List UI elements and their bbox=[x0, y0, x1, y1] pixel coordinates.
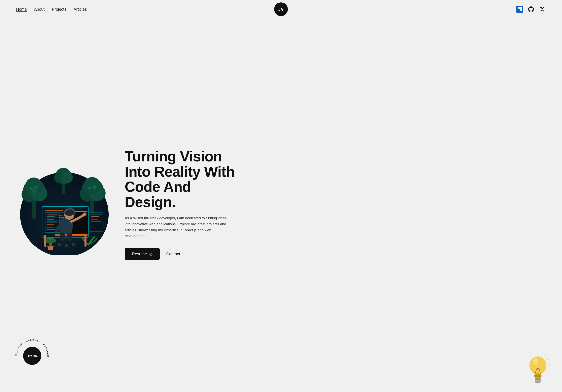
svg-rect-21 bbox=[45, 210, 63, 211]
svg-rect-62 bbox=[47, 246, 54, 247]
svg-point-14 bbox=[88, 186, 91, 190]
svg-point-8 bbox=[32, 189, 37, 194]
svg-point-19 bbox=[61, 172, 73, 184]
twitter-x-icon[interactable] bbox=[539, 6, 546, 13]
hero-heading: Turning Vision Into Reality With Code An… bbox=[125, 149, 246, 210]
hire-me-button[interactable]: Hire me bbox=[23, 347, 41, 365]
hero-actions: Resume Contact bbox=[125, 248, 246, 260]
hero-section: Turning Vision Into Reality With Code An… bbox=[0, 19, 562, 386]
svg-rect-44 bbox=[91, 215, 102, 215]
svg-line-79 bbox=[548, 364, 550, 365]
site-logo[interactable]: JV bbox=[274, 2, 288, 16]
svg-point-56 bbox=[83, 212, 86, 216]
svg-rect-36 bbox=[47, 221, 57, 221]
svg-rect-39 bbox=[47, 226, 56, 226]
svg-point-60 bbox=[50, 239, 56, 243]
svg-rect-63 bbox=[42, 207, 89, 207]
svg-rect-72 bbox=[535, 373, 541, 375]
svg-line-80 bbox=[545, 355, 546, 357]
logo-initials: JV bbox=[274, 2, 288, 16]
svg-rect-67 bbox=[44, 235, 46, 247]
hero-content: Turning Vision Into Reality With Code An… bbox=[125, 149, 246, 260]
svg-point-55 bbox=[73, 212, 76, 215]
svg-rect-68 bbox=[84, 235, 86, 247]
svg-rect-38 bbox=[47, 224, 54, 225]
nav-articles[interactable]: Articles bbox=[74, 7, 87, 12]
svg-rect-37 bbox=[47, 222, 55, 223]
svg-rect-73 bbox=[534, 375, 541, 377]
hero-illustration bbox=[16, 154, 113, 255]
navbar: Home About Projects Articles JV bbox=[0, 0, 562, 19]
linkedin-icon[interactable] bbox=[516, 6, 523, 13]
nav-projects[interactable]: Projects bbox=[52, 7, 66, 12]
resume-button[interactable]: Resume bbox=[125, 248, 160, 260]
svg-point-15 bbox=[93, 185, 96, 189]
social-links bbox=[516, 6, 546, 13]
svg-point-13 bbox=[84, 177, 101, 194]
svg-point-66 bbox=[65, 244, 68, 247]
svg-rect-43 bbox=[90, 212, 103, 231]
svg-rect-45 bbox=[91, 216, 99, 217]
svg-rect-46 bbox=[91, 218, 100, 218]
svg-rect-77 bbox=[536, 382, 540, 383]
hire-me-container: Software . Engineer . Fullstack . Hire m… bbox=[12, 336, 52, 376]
svg-rect-33 bbox=[47, 216, 55, 217]
github-icon[interactable] bbox=[527, 6, 535, 13]
svg-point-6 bbox=[30, 187, 33, 190]
svg-rect-41 bbox=[47, 229, 57, 230]
svg-rect-75 bbox=[535, 378, 541, 380]
svg-point-64 bbox=[58, 243, 61, 246]
svg-rect-32 bbox=[47, 215, 58, 215]
svg-line-78 bbox=[547, 358, 549, 360]
svg-rect-76 bbox=[535, 380, 541, 382]
hero-description: As a skilled full-stack developer, I am … bbox=[125, 215, 233, 239]
nav-links: Home About Projects Articles bbox=[16, 7, 87, 12]
contact-link[interactable]: Contact bbox=[166, 252, 180, 256]
svg-rect-34 bbox=[47, 218, 56, 218]
svg-rect-48 bbox=[91, 221, 101, 221]
svg-point-71 bbox=[533, 358, 538, 365]
svg-rect-35 bbox=[47, 219, 54, 220]
svg-point-70 bbox=[529, 357, 546, 375]
nav-about[interactable]: About bbox=[34, 7, 45, 12]
svg-rect-40 bbox=[47, 227, 53, 228]
svg-point-7 bbox=[34, 185, 38, 189]
svg-rect-74 bbox=[535, 377, 541, 378]
svg-rect-47 bbox=[91, 219, 98, 220]
nav-home[interactable]: Home bbox=[16, 7, 27, 12]
lightbulb-icon bbox=[526, 354, 550, 384]
svg-point-65 bbox=[72, 243, 75, 246]
